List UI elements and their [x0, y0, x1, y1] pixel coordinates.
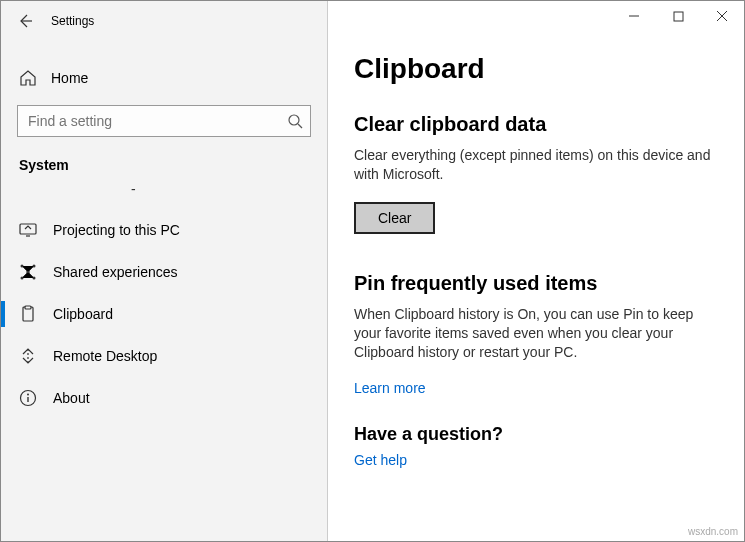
question-heading: Have a question? — [354, 424, 718, 445]
sidebar-item-label: Remote Desktop — [53, 348, 157, 364]
clear-button[interactable]: Clear — [354, 202, 435, 234]
section-label: System — [1, 153, 327, 181]
home-nav[interactable]: Home — [1, 59, 327, 97]
sidebar-item-remote[interactable]: Remote Desktop — [1, 335, 327, 377]
search-input[interactable] — [17, 105, 311, 137]
sidebar-item-shared[interactable]: Shared experiences — [1, 251, 327, 293]
sidebar-item-label: About — [53, 390, 90, 406]
back-button[interactable] — [13, 9, 37, 33]
sidebar-item-about[interactable]: About — [1, 377, 327, 419]
learn-more-link[interactable]: Learn more — [354, 380, 426, 396]
svg-point-10 — [27, 394, 29, 396]
search-icon — [287, 113, 303, 129]
sidebar-item-label: Clipboard — [53, 306, 113, 322]
titlebar: Settings — [1, 1, 327, 41]
get-help-link[interactable]: Get help — [354, 452, 407, 468]
clear-heading: Clear clipboard data — [354, 113, 718, 136]
close-icon — [716, 10, 728, 22]
clear-desc: Clear everything (except pinned items) o… — [354, 146, 718, 184]
sidebar: Settings Home System - Projecting to thi… — [1, 1, 328, 541]
sidebar-item-clipboard[interactable]: Clipboard — [1, 293, 327, 335]
about-icon — [19, 389, 37, 407]
nav-list: Projecting to this PCShared experiencesC… — [1, 209, 327, 419]
pin-heading: Pin frequently used items — [354, 272, 718, 295]
main-content: Clipboard Clear clipboard data Clear eve… — [328, 1, 744, 541]
sidebar-item-label: Shared experiences — [53, 264, 178, 280]
page-title: Clipboard — [354, 53, 718, 85]
search-wrap — [17, 105, 311, 137]
watermark: wsxdn.com — [688, 526, 738, 537]
minimize-button[interactable] — [612, 1, 656, 31]
minimize-icon — [628, 10, 640, 22]
back-arrow-icon — [17, 13, 33, 29]
sidebar-item-projecting[interactable]: Projecting to this PC — [1, 209, 327, 251]
dash-row: - — [1, 181, 327, 197]
svg-rect-11 — [674, 12, 683, 21]
close-button[interactable] — [700, 1, 744, 31]
remote-icon — [19, 347, 37, 365]
window-controls — [612, 1, 744, 31]
sidebar-item-label: Projecting to this PC — [53, 222, 180, 238]
shared-icon — [19, 263, 37, 281]
svg-rect-8 — [25, 306, 31, 309]
pin-desc: When Clipboard history is On, you can us… — [354, 305, 718, 362]
clipboard-icon — [19, 305, 37, 323]
maximize-button[interactable] — [656, 1, 700, 31]
home-icon — [19, 69, 37, 87]
app-title: Settings — [51, 14, 94, 28]
projecting-icon — [19, 221, 37, 239]
maximize-icon — [673, 11, 684, 22]
home-label: Home — [51, 70, 88, 86]
svg-point-0 — [289, 115, 299, 125]
